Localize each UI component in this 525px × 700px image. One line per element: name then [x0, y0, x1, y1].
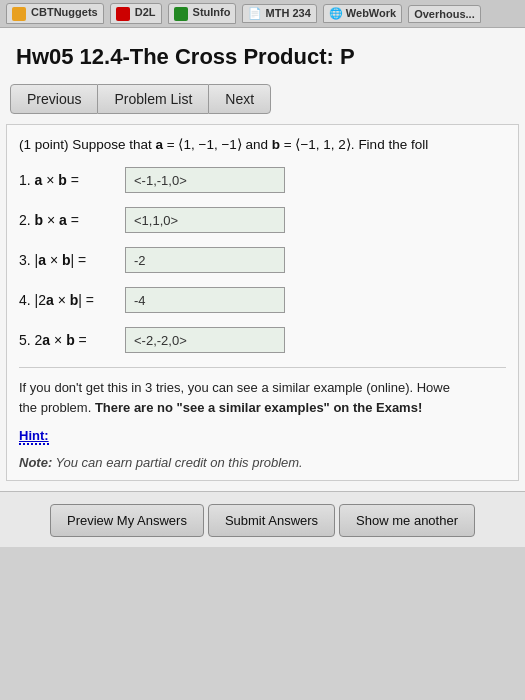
tab-mth234[interactable]: 📄 MTH 234 [242, 4, 316, 23]
file-icon: 📄 [248, 7, 262, 19]
problem-statement: (1 point) Suppose that a = ⟨1, −1, −1⟩ a… [19, 135, 506, 155]
question-label-5: 5. 2a × b = [19, 332, 119, 348]
question-label-4: 4. |2a × b| = [19, 292, 119, 308]
browser-tab-bar: CBTNuggets D2L StuInfo 📄 MTH 234 🌐 WebWo… [0, 0, 525, 28]
show-another-button[interactable]: Show me another [339, 504, 475, 537]
question-label-1: 1. a × b = [19, 172, 119, 188]
problem-list-button[interactable]: Problem List [98, 84, 208, 114]
tab-cbtnuggets[interactable]: CBTNuggets [6, 3, 104, 23]
cbtnuggets-icon [12, 7, 26, 21]
tab-d2l[interactable]: D2L [110, 3, 162, 23]
question-row-3: 3. |a × b| = [19, 247, 506, 273]
question-row-5: 5. 2a × b = [19, 327, 506, 353]
hint-link[interactable]: Hint: [19, 428, 49, 445]
tab-overhouse[interactable]: Overhous... [408, 5, 481, 23]
webwork-icon: 🌐 [329, 7, 343, 19]
question-row-4: 4. |2a × b| = [19, 287, 506, 313]
page-title: Hw05 12.4-The Cross Product: P [0, 28, 525, 80]
answer-input-2[interactable] [125, 207, 285, 233]
section-divider [19, 367, 506, 368]
tab-stuinfo[interactable]: StuInfo [168, 3, 237, 23]
answer-input-3[interactable] [125, 247, 285, 273]
action-bar: Preview My Answers Submit Answers Show m… [0, 491, 525, 547]
stuinfo-icon [174, 7, 188, 21]
answer-input-1[interactable] [125, 167, 285, 193]
previous-button[interactable]: Previous [10, 84, 98, 114]
question-label-2: 2. b × a = [19, 212, 119, 228]
question-label-3: 3. |a × b| = [19, 252, 119, 268]
problem-area: (1 point) Suppose that a = ⟨1, −1, −1⟩ a… [6, 124, 519, 481]
nav-bar: Previous Problem List Next [0, 80, 525, 124]
page-content: Hw05 12.4-The Cross Product: P Previous … [0, 28, 525, 547]
next-button[interactable]: Next [208, 84, 271, 114]
submit-answers-button[interactable]: Submit Answers [208, 504, 335, 537]
tab-webwork[interactable]: 🌐 WebWork [323, 4, 402, 23]
note-partial-credit: Note: You can earn partial credit on thi… [19, 455, 506, 470]
answer-input-4[interactable] [125, 287, 285, 313]
d2l-icon [116, 7, 130, 21]
note-text: If you don't get this in 3 tries, you ca… [19, 378, 506, 417]
preview-answers-button[interactable]: Preview My Answers [50, 504, 204, 537]
question-row-1: 1. a × b = [19, 167, 506, 193]
answer-input-5[interactable] [125, 327, 285, 353]
question-row-2: 2. b × a = [19, 207, 506, 233]
